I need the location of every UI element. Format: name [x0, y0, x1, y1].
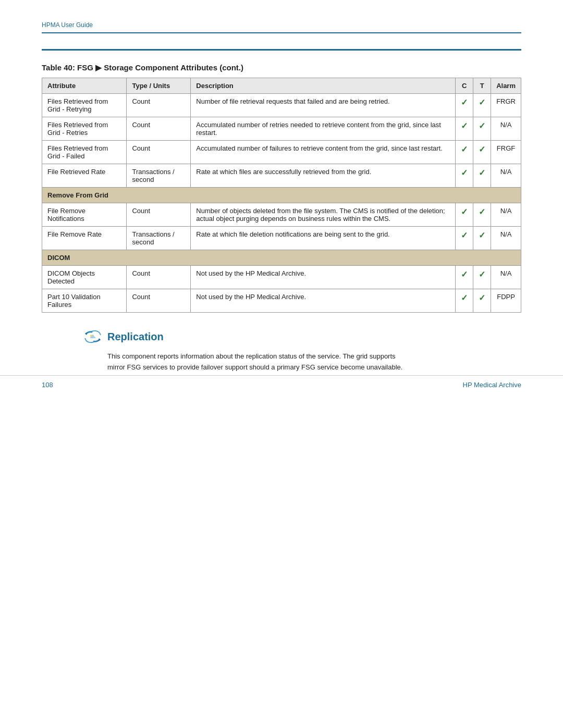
cell-type: Count — [127, 94, 191, 117]
cell-type: Count — [127, 117, 191, 141]
footer-product-name: HP Medical Archive — [463, 381, 521, 389]
cell-description: Number of objects deleted from the file … — [191, 203, 456, 227]
cell-t: ✓ — [473, 164, 491, 188]
cell-c: ✓ — [456, 289, 473, 313]
footer: 108 HP Medical Archive — [0, 375, 563, 389]
cell-c: ✓ — [456, 227, 473, 250]
check-t: ✓ — [479, 207, 485, 216]
cell-attribute: DICOM Objects Detected — [42, 266, 127, 289]
check-c: ✓ — [461, 145, 468, 154]
col-c: C — [456, 78, 473, 94]
cell-alarm: N/A — [491, 164, 521, 188]
table-row: File Remove Notifications Count Number o… — [42, 203, 521, 227]
check-c: ✓ — [461, 168, 468, 177]
header-bar: HPMA User Guide — [42, 21, 521, 33]
svg-point-0 — [90, 335, 93, 337]
cell-attribute: Files Retrieved from Grid - Retries — [42, 117, 127, 141]
cell-t: ✓ — [473, 117, 491, 141]
check-t: ✓ — [479, 293, 485, 302]
cell-attribute: Part 10 Validation Failures — [42, 289, 127, 313]
section-label: DICOM — [42, 250, 521, 266]
check-t: ✓ — [479, 270, 485, 279]
check-c: ✓ — [461, 207, 468, 216]
cell-c: ✓ — [456, 117, 473, 141]
check-c: ✓ — [461, 270, 468, 279]
cell-t: ✓ — [473, 289, 491, 313]
col-t: T — [473, 78, 491, 94]
table-row: File Remove Rate Transactions / second R… — [42, 227, 521, 250]
attributes-table: Attribute Type / Units Description C T A… — [42, 78, 521, 313]
cell-attribute: Files Retrieved from Grid - Failed — [42, 141, 127, 164]
col-description: Description — [191, 78, 456, 94]
table-row: Files Retrieved from Grid - Retrying Cou… — [42, 94, 521, 117]
cell-attribute: File Remove Notifications — [42, 203, 127, 227]
cell-attribute: File Remove Rate — [42, 227, 127, 250]
cell-type: Count — [127, 141, 191, 164]
check-t: ✓ — [479, 98, 485, 107]
page-container: HPMA User Guide Table 40: FSG ▶ Storage … — [0, 0, 563, 404]
replication-heading: Replication — [83, 329, 521, 344]
cell-t: ✓ — [473, 203, 491, 227]
cell-description: Not used by the HP Medical Archive. — [191, 289, 456, 313]
cell-alarm: N/A — [491, 227, 521, 250]
cell-t: ✓ — [473, 227, 491, 250]
cell-alarm: FRGF — [491, 141, 521, 164]
section-label: Remove From Grid — [42, 188, 521, 203]
table-row: Files Retrieved from Grid - Retries Coun… — [42, 117, 521, 141]
footer-page-number: 108 — [42, 381, 53, 389]
check-c: ✓ — [461, 293, 468, 302]
cell-alarm: N/A — [491, 117, 521, 141]
check-t: ✓ — [479, 145, 485, 154]
cell-type: Transactions / second — [127, 227, 191, 250]
cell-description: Rate at which file deletion notification… — [191, 227, 456, 250]
table-row: File Retrieved Rate Transactions / secon… — [42, 164, 521, 188]
check-t: ✓ — [479, 121, 485, 130]
cell-c: ✓ — [456, 266, 473, 289]
check-t: ✓ — [479, 231, 485, 240]
top-rule — [42, 49, 521, 51]
breadcrumb[interactable]: HPMA User Guide — [42, 21, 93, 29]
cell-c: ✓ — [456, 141, 473, 164]
replication-icon — [83, 329, 102, 344]
section-row: Remove From Grid — [42, 188, 521, 203]
cell-type: Count — [127, 203, 191, 227]
table-row: Part 10 Validation Failures Count Not us… — [42, 289, 521, 313]
cell-description: Accumulated number of retries needed to … — [191, 117, 456, 141]
cell-type: Transactions / second — [127, 164, 191, 188]
col-type: Type / Units — [127, 78, 191, 94]
section-row: DICOM — [42, 250, 521, 266]
cell-attribute: Files Retrieved from Grid - Retrying — [42, 94, 127, 117]
cell-t: ✓ — [473, 266, 491, 289]
table-title: Table 40: FSG ▶ Storage Component Attrib… — [42, 63, 521, 72]
check-c: ✓ — [461, 121, 468, 130]
table-row: Files Retrieved from Grid - Failed Count… — [42, 141, 521, 164]
cell-t: ✓ — [473, 94, 491, 117]
replication-section: Replication This component reports infor… — [42, 329, 521, 373]
check-t: ✓ — [479, 168, 485, 177]
cell-description: Number of file retrieval requests that f… — [191, 94, 456, 117]
cell-description: Accumulated number of failures to retrie… — [191, 141, 456, 164]
cell-c: ✓ — [456, 164, 473, 188]
col-alarm: Alarm — [491, 78, 521, 94]
cell-description: Not used by the HP Medical Archive. — [191, 266, 456, 289]
cell-alarm: FDPP — [491, 289, 521, 313]
cell-alarm: FRGR — [491, 94, 521, 117]
cell-alarm: N/A — [491, 266, 521, 289]
cell-type: Count — [127, 266, 191, 289]
cell-t: ✓ — [473, 141, 491, 164]
col-attribute: Attribute — [42, 78, 127, 94]
cell-alarm: N/A — [491, 203, 521, 227]
cell-attribute: File Retrieved Rate — [42, 164, 127, 188]
check-c: ✓ — [461, 231, 468, 240]
replication-title: Replication — [107, 331, 164, 343]
check-c: ✓ — [461, 98, 468, 107]
cell-description: Rate at which files are successfully ret… — [191, 164, 456, 188]
cell-c: ✓ — [456, 203, 473, 227]
table-row: DICOM Objects Detected Count Not used by… — [42, 266, 521, 289]
cell-type: Count — [127, 289, 191, 313]
cell-c: ✓ — [456, 94, 473, 117]
replication-text: This component reports information about… — [107, 351, 410, 373]
